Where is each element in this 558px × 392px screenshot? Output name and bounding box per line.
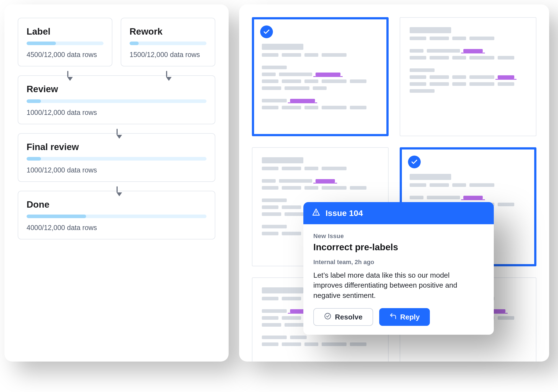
workflow-card-count: 4500/12,000 data rows (27, 51, 104, 59)
issue-status: New Issue (313, 233, 484, 240)
arrow-row (18, 66, 215, 75)
svg-point-2 (325, 313, 331, 319)
issue-header: Issue 104 (303, 202, 494, 224)
progress-bar (27, 99, 41, 103)
issue-popover: Issue 104 New Issue Incorrect pre-labels… (303, 202, 494, 335)
alert-icon (312, 208, 321, 218)
workflow-card-progress (27, 99, 206, 103)
check-icon (408, 156, 421, 168)
progress-bar (27, 157, 41, 161)
workflow-card-final-review[interactable]: Final review 1000/12,000 data rows (18, 133, 215, 182)
workflow-card-title: Label (27, 27, 104, 37)
issue-body-text: Let’s label more data like this so our m… (313, 270, 468, 300)
arrow-row (18, 124, 215, 133)
workflow-card-count: 1500/12,000 data rows (130, 51, 206, 59)
resolve-button-label: Resolve (335, 313, 363, 321)
workflow-card-progress (130, 42, 206, 45)
check-circle-icon (324, 312, 332, 322)
issue-title: Incorrect pre-labels (313, 242, 484, 252)
reply-icon (389, 312, 397, 322)
workflow-card-title: Done (27, 200, 206, 210)
workflow-card-count: 1000/12,000 data rows (27, 166, 206, 174)
workflow-card-title: Review (27, 84, 206, 94)
progress-bar (27, 42, 56, 45)
workflow-card-progress (27, 42, 104, 45)
workflow-card-rework[interactable]: Rework 1500/12,000 data rows (121, 18, 215, 66)
arrow-row (18, 182, 215, 191)
issue-id: Issue 104 (326, 208, 363, 218)
workflow-card-progress (27, 157, 206, 161)
workflow-card-count: 4000/12,000 data rows (27, 224, 206, 232)
workflow-card-count: 1000/12,000 data rows (27, 109, 206, 117)
workflow-card-label[interactable]: Label 4500/12,000 data rows (18, 18, 112, 66)
document-tile[interactable] (400, 17, 536, 136)
workflow-card-progress (27, 215, 206, 218)
workflow-card-review[interactable]: Review 1000/12,000 data rows (18, 75, 215, 124)
resolve-button[interactable]: Resolve (313, 308, 373, 326)
svg-point-1 (316, 214, 317, 215)
workflow-panel: Label 4500/12,000 data rows Rework 1500/… (4, 4, 229, 362)
issue-meta: Internal team, 2h ago (313, 259, 484, 266)
workflow-card-title: Final review (27, 142, 206, 152)
workflow-card-title: Rework (130, 27, 206, 37)
progress-bar (130, 42, 139, 45)
reply-button-label: Reply (400, 313, 420, 321)
check-icon (260, 25, 273, 38)
document-tile[interactable] (252, 17, 389, 136)
reply-button[interactable]: Reply (379, 308, 430, 326)
workflow-card-done[interactable]: Done 4000/12,000 data rows (18, 191, 215, 239)
progress-bar (27, 215, 86, 218)
